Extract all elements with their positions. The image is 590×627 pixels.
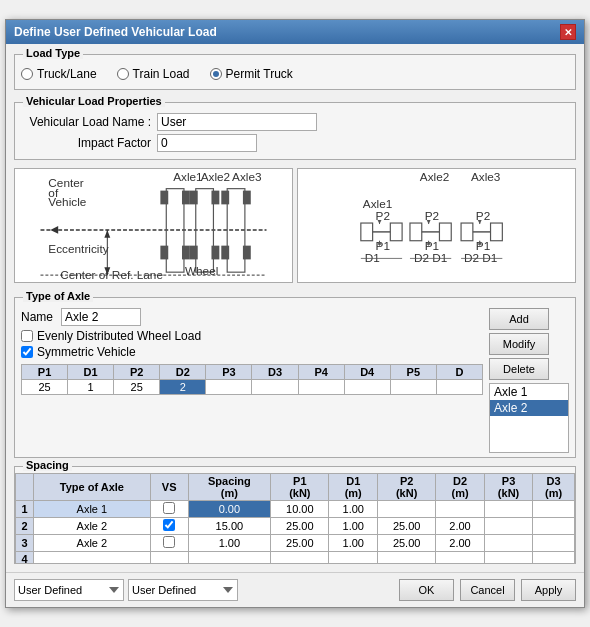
row4-axle [34, 552, 151, 564]
ok-button[interactable]: OK [399, 579, 454, 601]
col-d3: D3(m) [533, 474, 575, 501]
row2-d3 [533, 518, 575, 535]
bottom-row: User Defined AASHTO Custom User Defined … [6, 572, 584, 607]
row4-d3 [533, 552, 575, 564]
cancel-button[interactable]: Cancel [460, 579, 515, 601]
col-header-d2: D2 [160, 365, 206, 380]
row-num-1: 1 [16, 501, 34, 518]
dropdown-1[interactable]: User Defined AASHTO Custom [14, 579, 124, 601]
svg-rect-11 [160, 246, 168, 260]
dropdown-2[interactable]: User Defined AASHTO Custom [128, 579, 238, 601]
col-header-d3: D3 [252, 365, 298, 380]
row4-spacing [188, 552, 271, 564]
col-spacing: Spacing(m) [188, 474, 271, 501]
row2-d2: 2.00 [436, 518, 485, 535]
svg-text:Vehicle: Vehicle [48, 195, 86, 208]
symmetric-checkbox[interactable] [21, 346, 33, 358]
svg-rect-45 [439, 223, 451, 241]
impact-factor-label: Impact Factor [21, 136, 151, 150]
svg-rect-12 [182, 246, 190, 260]
row1-vs-checkbox[interactable] [163, 502, 175, 514]
svg-marker-29 [104, 230, 110, 238]
row3-axle: Axle 2 [34, 535, 151, 552]
row1-spacing: 0.00 [188, 501, 271, 518]
row2-vs-checkbox[interactable] [163, 519, 175, 531]
row2-axle: Axle 2 [34, 518, 151, 535]
spacing-table: Type of Axle VS Spacing(m) P1(kN) D1(m) … [15, 473, 575, 563]
cell-d2: 2 [160, 380, 206, 395]
row4-vs [150, 552, 188, 564]
axle-section-title: Type of Axle [23, 290, 93, 302]
svg-rect-16 [190, 246, 198, 260]
spacing-row-3: 3 Axle 2 1.00 25.00 1.00 25.00 2.00 [16, 535, 575, 552]
col-header-p4: P4 [298, 365, 344, 380]
axle-list-item-2[interactable]: Axle 2 [490, 400, 568, 416]
radio-train-load[interactable]: Train Load [117, 67, 190, 81]
spacing-section-title: Spacing [23, 459, 72, 471]
svg-rect-33 [361, 223, 373, 241]
col-p2: P2(kN) [378, 474, 436, 501]
cell-d1: 1 [68, 380, 114, 395]
row-num-4: 4 [16, 552, 34, 564]
dialog-title: Define User Defined Vehicular Load [14, 25, 217, 39]
svg-text:D2 D1: D2 D1 [414, 251, 447, 264]
load-type-radio-group: Truck/Lane Train Load Permit Truck [21, 63, 569, 85]
radio-label-train-load: Train Load [133, 67, 190, 81]
col-num [16, 474, 34, 501]
title-bar: Define User Defined Vehicular Load ✕ [6, 20, 584, 44]
col-header-p5: P5 [390, 365, 436, 380]
row3-p2: 25.00 [378, 535, 436, 552]
vehicular-props-group: Vehicular Load Properties Vehicular Load… [14, 102, 576, 160]
col-axle-type: Type of Axle [34, 474, 151, 501]
spacing-row-1: 1 Axle 1 0.00 10.00 1.00 [16, 501, 575, 518]
load-type-label: Load Type [23, 47, 83, 59]
svg-text:P1: P1 [376, 239, 390, 252]
spacing-table-scroll[interactable]: Type of Axle VS Spacing(m) P1(kN) D1(m) … [15, 473, 575, 563]
apply-button[interactable]: Apply [521, 579, 576, 601]
impact-factor-input[interactable] [157, 134, 257, 152]
svg-rect-55 [461, 223, 473, 241]
col-header-d4: D4 [344, 365, 390, 380]
svg-text:P1: P1 [425, 239, 439, 252]
row4-d2 [436, 552, 485, 564]
delete-button[interactable]: Delete [489, 358, 549, 380]
row4-d1 [329, 552, 378, 564]
row3-vs-checkbox[interactable] [163, 536, 175, 548]
axle-right: Add Modify Delete Axle 1 Axle 2 [489, 308, 569, 453]
svg-rect-19 [221, 191, 229, 205]
row2-vs [150, 518, 188, 535]
row3-p3 [484, 535, 532, 552]
modify-button[interactable]: Modify [489, 333, 549, 355]
close-button[interactable]: ✕ [560, 24, 576, 40]
add-button[interactable]: Add [489, 308, 549, 330]
row3-spacing: 1.00 [188, 535, 271, 552]
svg-rect-56 [491, 223, 503, 241]
col-p1: P1(kN) [271, 474, 329, 501]
cell-p5 [390, 380, 436, 395]
axle-params-scroll[interactable]: P1 D1 P2 D2 P3 D3 P4 D4 P5 [21, 361, 483, 395]
svg-rect-21 [221, 246, 229, 260]
radio-permit-truck[interactable]: Permit Truck [210, 67, 293, 81]
row2-d1: 1.00 [329, 518, 378, 535]
evenly-dist-checkbox[interactable] [21, 330, 33, 342]
row3-d3 [533, 535, 575, 552]
radio-truck-lane[interactable]: Truck/Lane [21, 67, 97, 81]
col-header-p3: P3 [206, 365, 252, 380]
impact-factor-row: Impact Factor [21, 134, 569, 152]
right-diagram: Axle1 Axle2 Axle3 P2 P1 [297, 168, 576, 283]
load-type-group: Load Type Truck/Lane Train Load Permit T… [14, 54, 576, 90]
axle-list[interactable]: Axle 1 Axle 2 [489, 383, 569, 453]
axle-params-row: 25 1 25 2 [22, 380, 483, 395]
axle-list-item-1[interactable]: Axle 1 [490, 384, 568, 400]
row-num-2: 2 [16, 518, 34, 535]
cell-d3 [252, 380, 298, 395]
svg-text:Axle2: Axle2 [420, 170, 449, 183]
axle-name-input[interactable] [61, 308, 141, 326]
row1-vs [150, 501, 188, 518]
svg-rect-44 [410, 223, 422, 241]
load-name-input[interactable] [157, 113, 317, 131]
axle-name-label: Name [21, 310, 53, 324]
col-header-d: D [436, 365, 482, 380]
axle-left: Name Evenly Distributed Wheel Load Symme… [21, 308, 483, 453]
col-header-p1: P1 [22, 365, 68, 380]
